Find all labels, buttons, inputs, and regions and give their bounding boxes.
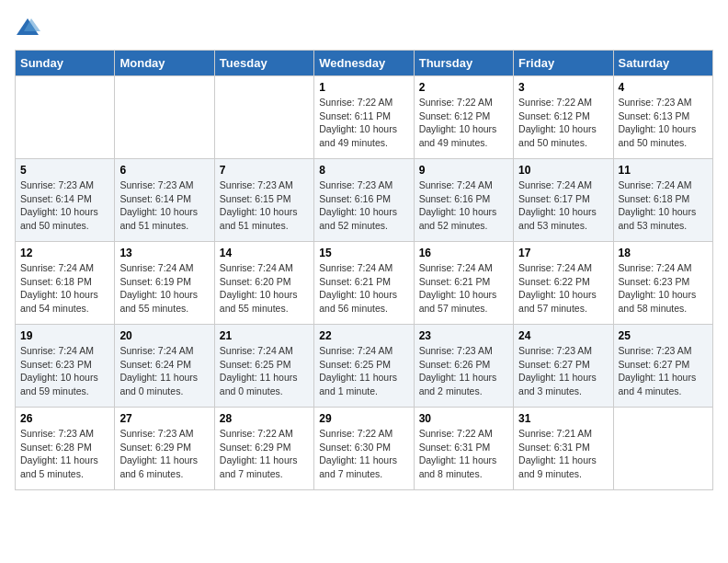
day-info: Sunrise: 7:24 AMSunset: 6:23 PMDaylight:… — [619, 261, 708, 316]
calendar-week-row: 12Sunrise: 7:24 AMSunset: 6:18 PMDayligh… — [16, 242, 713, 325]
header-thursday: Thursday — [414, 51, 513, 76]
calendar-cell: 15Sunrise: 7:24 AMSunset: 6:21 PMDayligh… — [314, 242, 414, 325]
day-number: 31 — [518, 412, 608, 425]
calendar-cell: 17Sunrise: 7:24 AMSunset: 6:22 PMDayligh… — [514, 242, 613, 325]
calendar-cell — [115, 76, 214, 159]
day-info: Sunrise: 7:24 AMSunset: 6:23 PMDaylight:… — [20, 344, 109, 398]
calendar-week-row: 1Sunrise: 7:22 AMSunset: 6:11 PMDaylight… — [16, 76, 713, 159]
day-number: 6 — [119, 164, 209, 177]
calendar-cell: 23Sunrise: 7:23 AMSunset: 6:26 PMDayligh… — [414, 325, 513, 408]
day-info: Sunrise: 7:22 AMSunset: 6:11 PMDaylight:… — [319, 96, 408, 150]
day-info: Sunrise: 7:22 AMSunset: 6:29 PMDaylight:… — [220, 427, 309, 481]
calendar-cell: 3Sunrise: 7:22 AMSunset: 6:12 PMDaylight… — [514, 76, 613, 159]
day-number: 26 — [20, 412, 109, 425]
calendar-cell: 16Sunrise: 7:24 AMSunset: 6:21 PMDayligh… — [414, 242, 513, 325]
day-number: 10 — [518, 164, 608, 177]
day-info: Sunrise: 7:24 AMSunset: 6:25 PMDaylight:… — [319, 344, 408, 398]
calendar-cell: 11Sunrise: 7:24 AMSunset: 6:18 PMDayligh… — [613, 159, 712, 242]
calendar-cell — [613, 408, 712, 490]
header-tuesday: Tuesday — [214, 51, 313, 76]
calendar-week-row: 5Sunrise: 7:23 AMSunset: 6:14 PMDaylight… — [16, 159, 713, 242]
header-monday: Monday — [115, 51, 214, 76]
day-info: Sunrise: 7:24 AMSunset: 6:18 PMDaylight:… — [20, 261, 109, 316]
day-info: Sunrise: 7:23 AMSunset: 6:14 PMDaylight:… — [20, 178, 109, 233]
day-number: 4 — [619, 81, 708, 94]
day-info: Sunrise: 7:24 AMSunset: 6:21 PMDaylight:… — [419, 261, 508, 316]
calendar-cell: 18Sunrise: 7:24 AMSunset: 6:23 PMDayligh… — [613, 242, 712, 325]
day-number: 29 — [319, 412, 408, 425]
calendar-cell: 5Sunrise: 7:23 AMSunset: 6:14 PMDaylight… — [16, 159, 115, 242]
calendar-cell: 4Sunrise: 7:23 AMSunset: 6:13 PMDaylight… — [613, 76, 712, 159]
day-info: Sunrise: 7:22 AMSunset: 6:12 PMDaylight:… — [419, 96, 508, 150]
page-header — [15, 15, 713, 40]
day-number: 24 — [518, 329, 608, 342]
day-info: Sunrise: 7:24 AMSunset: 6:25 PMDaylight:… — [220, 344, 309, 398]
day-number: 5 — [20, 164, 109, 177]
calendar-cell: 2Sunrise: 7:22 AMSunset: 6:12 PMDaylight… — [414, 76, 513, 159]
day-info: Sunrise: 7:24 AMSunset: 6:16 PMDaylight:… — [419, 178, 508, 233]
calendar-cell — [214, 76, 313, 159]
day-info: Sunrise: 7:23 AMSunset: 6:28 PMDaylight:… — [20, 427, 109, 481]
calendar-cell: 31Sunrise: 7:21 AMSunset: 6:31 PMDayligh… — [514, 408, 613, 490]
day-number: 15 — [319, 247, 408, 259]
calendar-cell: 28Sunrise: 7:22 AMSunset: 6:29 PMDayligh… — [214, 408, 313, 490]
day-number: 20 — [119, 329, 209, 342]
calendar-cell: 24Sunrise: 7:23 AMSunset: 6:27 PMDayligh… — [514, 325, 613, 408]
logo — [15, 15, 44, 40]
day-number: 25 — [619, 329, 708, 342]
day-info: Sunrise: 7:23 AMSunset: 6:13 PMDaylight:… — [619, 96, 708, 150]
day-info: Sunrise: 7:24 AMSunset: 6:22 PMDaylight:… — [518, 261, 608, 316]
day-info: Sunrise: 7:22 AMSunset: 6:31 PMDaylight:… — [419, 427, 508, 481]
day-number: 19 — [20, 329, 109, 342]
header-friday: Friday — [514, 51, 613, 76]
calendar-cell: 25Sunrise: 7:23 AMSunset: 6:27 PMDayligh… — [613, 325, 712, 408]
day-number: 12 — [20, 247, 109, 259]
calendar-cell: 6Sunrise: 7:23 AMSunset: 6:14 PMDaylight… — [115, 159, 214, 242]
calendar-cell: 27Sunrise: 7:23 AMSunset: 6:29 PMDayligh… — [115, 408, 214, 490]
day-number: 13 — [119, 247, 209, 259]
day-number: 11 — [619, 164, 708, 177]
day-info: Sunrise: 7:24 AMSunset: 6:20 PMDaylight:… — [220, 261, 309, 316]
day-info: Sunrise: 7:23 AMSunset: 6:16 PMDaylight:… — [319, 178, 408, 233]
day-number: 8 — [319, 164, 408, 177]
header-wednesday: Wednesday — [314, 51, 414, 76]
day-info: Sunrise: 7:23 AMSunset: 6:27 PMDaylight:… — [518, 344, 608, 398]
day-number: 7 — [220, 164, 309, 177]
day-number: 16 — [419, 247, 508, 259]
day-number: 28 — [220, 412, 309, 425]
calendar-cell: 12Sunrise: 7:24 AMSunset: 6:18 PMDayligh… — [16, 242, 115, 325]
day-number: 30 — [419, 412, 508, 425]
calendar-week-row: 26Sunrise: 7:23 AMSunset: 6:28 PMDayligh… — [16, 408, 713, 490]
calendar-cell: 30Sunrise: 7:22 AMSunset: 6:31 PMDayligh… — [414, 408, 513, 490]
day-info: Sunrise: 7:24 AMSunset: 6:18 PMDaylight:… — [619, 178, 708, 233]
day-number: 23 — [419, 329, 508, 342]
calendar-header-row: SundayMondayTuesdayWednesdayThursdayFrid… — [16, 51, 713, 76]
day-info: Sunrise: 7:21 AMSunset: 6:31 PMDaylight:… — [518, 427, 608, 481]
calendar-cell: 14Sunrise: 7:24 AMSunset: 6:20 PMDayligh… — [214, 242, 313, 325]
calendar-cell: 22Sunrise: 7:24 AMSunset: 6:25 PMDayligh… — [314, 325, 414, 408]
header-sunday: Sunday — [16, 51, 115, 76]
calendar-cell: 13Sunrise: 7:24 AMSunset: 6:19 PMDayligh… — [115, 242, 214, 325]
day-number: 14 — [220, 247, 309, 259]
day-number: 9 — [419, 164, 508, 177]
calendar-cell: 29Sunrise: 7:22 AMSunset: 6:30 PMDayligh… — [314, 408, 414, 490]
day-info: Sunrise: 7:22 AMSunset: 6:30 PMDaylight:… — [319, 427, 408, 481]
day-info: Sunrise: 7:23 AMSunset: 6:14 PMDaylight:… — [119, 178, 209, 233]
calendar-cell: 1Sunrise: 7:22 AMSunset: 6:11 PMDaylight… — [314, 76, 414, 159]
calendar-cell: 21Sunrise: 7:24 AMSunset: 6:25 PMDayligh… — [214, 325, 313, 408]
calendar-cell: 7Sunrise: 7:23 AMSunset: 6:15 PMDaylight… — [214, 159, 313, 242]
day-number: 17 — [518, 247, 608, 259]
day-info: Sunrise: 7:23 AMSunset: 6:29 PMDaylight:… — [119, 427, 209, 481]
day-info: Sunrise: 7:22 AMSunset: 6:12 PMDaylight:… — [518, 96, 608, 150]
day-number: 27 — [119, 412, 209, 425]
calendar-cell: 10Sunrise: 7:24 AMSunset: 6:17 PMDayligh… — [514, 159, 613, 242]
day-number: 22 — [319, 329, 408, 342]
day-number: 2 — [419, 81, 508, 94]
day-info: Sunrise: 7:24 AMSunset: 6:24 PMDaylight:… — [119, 344, 209, 398]
logo-icon — [15, 15, 40, 40]
calendar-cell: 20Sunrise: 7:24 AMSunset: 6:24 PMDayligh… — [115, 325, 214, 408]
day-info: Sunrise: 7:24 AMSunset: 6:19 PMDaylight:… — [119, 261, 209, 316]
calendar-week-row: 19Sunrise: 7:24 AMSunset: 6:23 PMDayligh… — [16, 325, 713, 408]
day-info: Sunrise: 7:23 AMSunset: 6:27 PMDaylight:… — [619, 344, 708, 398]
header-saturday: Saturday — [613, 51, 712, 76]
